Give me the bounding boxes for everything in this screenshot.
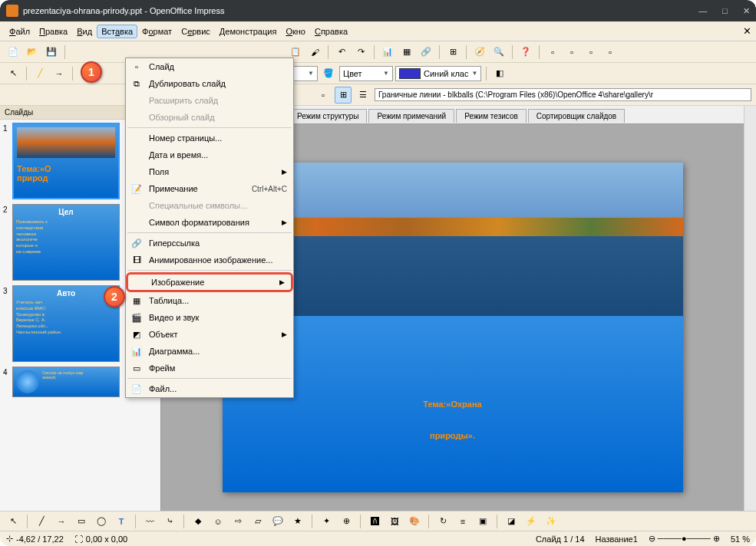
- minimize-button[interactable]: —: [698, 6, 707, 16]
- interaction-tool[interactable]: ⚡: [523, 513, 540, 530]
- mi-file[interactable]: 📄Файл...: [126, 380, 293, 397]
- arrange-tool[interactable]: ▣: [474, 513, 491, 530]
- menubar: Файл Правка Вид Вставка Формат Сервис Де…: [0, 21, 756, 41]
- save-button[interactable]: 💾: [43, 44, 60, 61]
- annotation-badge-1: 1: [81, 61, 102, 83]
- curve-tool[interactable]: 〰: [141, 513, 158, 530]
- mi-fields[interactable]: Поля▶: [126, 163, 293, 180]
- format-brush-icon[interactable]: 🖌: [306, 44, 323, 61]
- status-coord: ⊹ -4,62 / 17,22: [6, 534, 64, 544]
- menu-slideshow[interactable]: Демонстрация: [215, 25, 282, 38]
- gallery-view1-button[interactable]: ⊞: [335, 87, 352, 104]
- sb3-button[interactable]: ▫: [583, 44, 599, 61]
- mi-table[interactable]: ▦Таблица...: [126, 292, 293, 309]
- menu-format[interactable]: Формат: [137, 25, 177, 38]
- mi-comment[interactable]: 📝ПримечаниеCtrl+Alt+C: [126, 180, 293, 197]
- fill-bucket-icon[interactable]: 🪣: [320, 65, 337, 82]
- open-button[interactable]: 📂: [24, 44, 41, 61]
- from-file-tool[interactable]: 🖼: [386, 513, 403, 530]
- menu-view[interactable]: Вид: [72, 25, 97, 38]
- mi-slide[interactable]: ▫Слайд: [126, 58, 293, 75]
- fill-mode-dropdown[interactable]: Цвет▼: [339, 66, 393, 81]
- mi-frame[interactable]: ▭Фрейм: [126, 360, 293, 377]
- gallery-new-button[interactable]: ▫: [315, 87, 332, 104]
- maximize-button[interactable]: □: [722, 6, 728, 16]
- ellipse-tool[interactable]: ◯: [93, 513, 110, 530]
- rotate-tool[interactable]: ↻: [434, 513, 451, 530]
- fill-color-dropdown[interactable]: Синий клас▼: [395, 66, 481, 81]
- mi-expand-slide: Расширить слайд: [126, 92, 293, 109]
- star-tool[interactable]: ★: [289, 513, 306, 530]
- symbol-tool[interactable]: ☺: [210, 513, 226, 530]
- gallery-tool[interactable]: 🎨: [406, 513, 423, 530]
- connector-tool[interactable]: ⤷: [161, 513, 178, 530]
- annotation-badge-2: 2: [104, 286, 125, 308]
- glue-tool[interactable]: ⊕: [338, 513, 355, 530]
- menu-edit[interactable]: Правка: [35, 25, 72, 38]
- tab-notes[interactable]: Режим примечаний: [368, 109, 454, 123]
- mi-hyperlink[interactable]: 🔗Гиперссылка: [126, 235, 293, 252]
- arrow-tool[interactable]: ↖: [5, 65, 21, 82]
- mi-dup-slide[interactable]: ⧉Дублировать слайд: [126, 75, 293, 92]
- zoom-slider[interactable]: ⊖ ────●──── ⊕: [649, 534, 720, 544]
- rect-tool[interactable]: ▭: [73, 513, 90, 530]
- tab-handout[interactable]: Режим тезисов: [456, 109, 527, 123]
- window-controls: — □ ✕: [698, 6, 750, 16]
- vertical-scrollbar[interactable]: [744, 106, 756, 531]
- menu-insert[interactable]: Вставка: [97, 25, 137, 38]
- arrow-tool2[interactable]: →: [53, 513, 70, 530]
- mi-object[interactable]: ◩Объект▶: [126, 326, 293, 343]
- mi-page-number[interactable]: Номер страницы...: [126, 130, 293, 146]
- mi-chart[interactable]: 📊Диаграмма...: [126, 343, 293, 360]
- redo-button[interactable]: ↷: [352, 44, 369, 61]
- statusbar: ⊹ -4,62 / 17,22 ⛶ 0,00 x 0,00 Слайд 1 / …: [0, 531, 756, 546]
- text-tool[interactable]: T: [113, 513, 130, 530]
- sb1-button[interactable]: ▫: [544, 44, 561, 61]
- toolbar-standard: 📄 📂 💾 📋 🖌 ↶ ↷ 📊 ▦ 🔗 ⊞ 🧭 🔍 ❓ ▫ ▫ ▫ ▫: [0, 41, 756, 63]
- flowchart-tool[interactable]: ▱: [249, 513, 266, 530]
- hyperlink-button[interactable]: 🔗: [418, 44, 434, 61]
- menu-window[interactable]: Окно: [281, 25, 310, 38]
- close-button[interactable]: ✕: [743, 6, 750, 16]
- line-style-button[interactable]: ╱: [31, 65, 48, 82]
- align-tool[interactable]: ≡: [454, 513, 471, 530]
- new-button[interactable]: 📄: [5, 44, 21, 61]
- extrusion-tool[interactable]: ◪: [503, 513, 520, 530]
- menu-file[interactable]: Файл: [5, 25, 35, 38]
- fontwork-tool[interactable]: 🅰: [366, 513, 383, 530]
- gallery-view2-button[interactable]: ☰: [355, 87, 371, 104]
- shadow-button[interactable]: ◧: [491, 65, 508, 82]
- chart-button[interactable]: 📊: [379, 44, 396, 61]
- sb2-button[interactable]: ▫: [563, 44, 580, 61]
- points-tool[interactable]: ✦: [318, 513, 335, 530]
- mi-format-mark[interactable]: Символ форматирования▶: [126, 214, 293, 231]
- status-slide: Слайд 1 / 14: [536, 534, 585, 544]
- menu-tools[interactable]: Сервис: [177, 25, 215, 38]
- table-button[interactable]: ▦: [398, 44, 415, 61]
- callout-tool[interactable]: 💬: [269, 513, 286, 530]
- mi-video[interactable]: 🎬Видео и звук: [126, 309, 293, 326]
- window-title: prezentaciya-ohrana-prirody.ppt - OpenOf…: [23, 6, 225, 15]
- undo-button[interactable]: ↶: [333, 44, 350, 61]
- menu-help[interactable]: Справка: [310, 25, 352, 38]
- grid-button[interactable]: ⊞: [444, 44, 461, 61]
- zoom-button[interactable]: 🔍: [490, 44, 507, 61]
- zoom-value[interactable]: 51 %: [731, 534, 750, 544]
- animation-tool[interactable]: ✨: [543, 513, 560, 530]
- status-layout: Название1: [596, 534, 638, 544]
- arrows-tool[interactable]: ⇨: [229, 513, 246, 530]
- line-tool[interactable]: ╱: [33, 513, 50, 530]
- mi-date-time[interactable]: Дата и время...: [126, 146, 293, 163]
- tab-outline[interactable]: Режим структуры: [289, 109, 367, 123]
- navigator-button[interactable]: 🧭: [471, 44, 488, 61]
- arrow-ends-button[interactable]: →: [51, 65, 68, 82]
- select-tool[interactable]: ↖: [5, 513, 21, 530]
- mi-animated[interactable]: 🎞Анимированное изображение...: [126, 252, 293, 268]
- mi-image[interactable]: Изображение▶: [126, 272, 293, 292]
- help-button[interactable]: ❓: [517, 44, 534, 61]
- shapes-tool[interactable]: ◆: [190, 513, 206, 530]
- sb4-button[interactable]: ▫: [602, 44, 619, 61]
- doc-close-button[interactable]: ✕: [743, 25, 751, 37]
- tab-sorter[interactable]: Сортировщик слайдов: [528, 109, 625, 123]
- mi-summary-slide: Обзорный слайд: [126, 109, 293, 126]
